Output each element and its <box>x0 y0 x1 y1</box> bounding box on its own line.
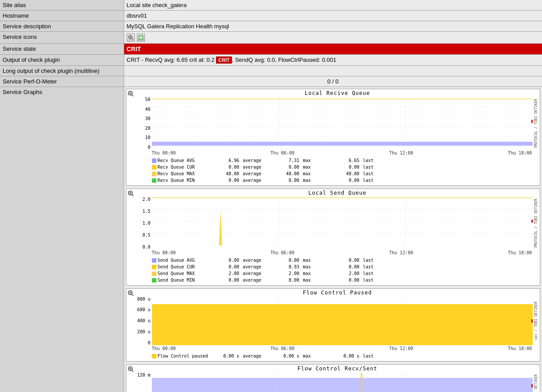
legend-last-label: last <box>363 353 390 359</box>
legend-avg-unit: average <box>243 157 269 164</box>
legend-last: 0.00 <box>333 177 360 184</box>
graph-1: Local Send Queue 2.01.51.00.50.0 PROTOCO… <box>126 188 541 286</box>
y-label: 400 u <box>136 318 151 323</box>
legend-table: Flow Control paused 0.00 s average 0.00 … <box>152 353 539 359</box>
x-label: Thu 18:00 <box>508 346 532 351</box>
legend-max: 0.00 <box>273 177 299 184</box>
legend-row: Send Queue MIN 0.00 average 0.00 max 0.0… <box>152 277 539 283</box>
y-label: 0.5 <box>136 233 151 237</box>
legend-last: 48.00 <box>333 170 360 177</box>
legend-max-label: max <box>303 270 330 277</box>
x-axis-row: Thu 00:00Thu 06:00Thu 12:00Thu 18:00 <box>152 345 539 351</box>
svg-rect-21 <box>152 142 533 146</box>
x-axis: Thu 00:00Thu 06:00Thu 12:00Thu 18:00 <box>152 345 532 351</box>
perf-o-meter-value: 0 / 0 <box>124 76 542 87</box>
legend-label: Send Queue MIN <box>152 277 209 283</box>
legend-max: 0.00 <box>273 277 299 283</box>
svg-rect-65 <box>152 378 533 392</box>
graph-main: Flow Control Paused 800 u600 u400 u200 u… <box>136 289 540 361</box>
chart-box <box>152 297 533 345</box>
chart-box <box>152 373 533 392</box>
legend-avg: 0.00 <box>213 277 239 283</box>
row-perf-o-meter: Service Perf-O-Meter 0 / 0 <box>0 76 542 87</box>
legend-avg: 2.00 <box>213 270 239 277</box>
y-label: 1.5 <box>136 209 151 214</box>
legend-last: 0.00 s <box>333 353 360 359</box>
service-icon-action[interactable] <box>137 34 145 41</box>
output-check-label: Output of check plugin <box>0 55 124 66</box>
x-axis: Thu 00:00Thu 06:00Thu 12:00Thu 18:00 <box>152 150 532 155</box>
legend-max: 48.00 <box>273 170 299 177</box>
row-service-state: Service state CRIT <box>0 44 542 55</box>
graph-main: Flow Control Recv/Sent 120 m100 m PROTOC… <box>136 365 540 392</box>
row-service-description: Service description MySQL Galera Replica… <box>0 21 542 32</box>
legend-last: 0.00 <box>333 164 360 170</box>
legend-avg-unit: average <box>243 164 269 170</box>
x-label: Thu 12:00 <box>389 151 413 155</box>
service-icons-label: Service icons <box>0 32 124 44</box>
x-axis-row: Thu 00:00Thu 06:00Thu 12:00Thu 18:00 <box>152 150 539 155</box>
graph-zoom-btn[interactable] <box>127 290 134 297</box>
x-label: Thu 12:00 <box>389 346 413 351</box>
graph-inner: Local Recive Queue 50403020100 PROTOCOL … <box>126 89 540 185</box>
x-label: Thu 06:00 <box>270 250 294 255</box>
service-graphs-label: Service Graphs <box>0 87 124 392</box>
legend-last-label: last <box>363 277 390 283</box>
output-suffix: , SendQ avg: 0.0, FlowCtrlPaused: 0.001 <box>232 57 336 63</box>
service-state-label: Service state <box>0 44 124 55</box>
legend-max-label: max <box>303 157 330 164</box>
legend-avg: 48.00 <box>213 170 239 177</box>
service-graphs-content: Local Recive Queue 50403020100 PROTOCOL … <box>124 87 542 392</box>
x-axis-row: Thu 00:00Thu 06:00Thu 12:00Thu 18:00 <box>152 249 539 255</box>
row-service-graphs: Service Graphs Local Recive Queue <box>0 87 542 392</box>
svg-line-41 <box>132 294 133 296</box>
legend-last-label: last <box>363 164 390 170</box>
legend-label: Send Queue MAX <box>152 270 209 277</box>
service-icon-zoom[interactable] <box>127 34 135 41</box>
graph-zoom-btn[interactable] <box>127 90 134 97</box>
legend-max-label: max <box>303 353 330 359</box>
graph-zoom-btn[interactable] <box>127 366 134 373</box>
graph-main: Local Recive Queue 50403020100 PROTOCOL … <box>136 89 540 185</box>
chart-svg <box>152 97 533 146</box>
legend-color-box <box>152 354 156 358</box>
hostname-label: Hostname <box>0 11 124 21</box>
graph-chart-area: 800 u600 u400 u200 u0 sec / TOBI OETIKER <box>136 297 539 345</box>
graph-zoom-btn[interactable] <box>127 190 134 197</box>
legend-avg-unit: average <box>243 257 269 264</box>
legend-label: Send Queue AVG <box>152 257 209 264</box>
legend-row: Send Queue CUR 0.00 average 0.93 max 0.0… <box>152 264 539 270</box>
legend-last: 0.00 <box>333 257 360 264</box>
graph-chart-area: 2.01.51.00.50.0 PROTOCOL / TOBI OETIKER <box>136 197 539 249</box>
graph-chart-area: 50403020100 PROTOCOL / TOBI OETIKER <box>136 97 539 150</box>
legend-last-label: last <box>363 264 390 270</box>
graph-title: Local Recive Queue <box>136 90 539 96</box>
y-label: 30 <box>136 116 151 121</box>
legend-row: Flow Control paused 0.00 s average 0.00 … <box>152 353 539 359</box>
legend-avg-unit: average <box>243 270 269 277</box>
y-label: 40 <box>136 107 151 112</box>
x-label: Thu 00:00 <box>152 151 176 155</box>
long-output-label: Long output of check plugin (multiline) <box>0 66 124 76</box>
row-hostname: Hostname dbsrv01 <box>0 11 542 21</box>
graph-inner: Flow Control Recv/Sent 120 m100 m PROTOC… <box>126 365 540 392</box>
y-label: 0 <box>136 340 151 345</box>
y-label: 600 u <box>136 307 151 312</box>
svg-line-56 <box>132 370 133 372</box>
graph-left <box>126 89 136 185</box>
legend-max: 2.00 <box>273 270 299 277</box>
legend-avg: 0.00 <box>213 257 239 264</box>
graph-chart-area: 120 m100 m PROTOCOL / TOBI OETIKER <box>136 373 539 392</box>
legend-last: 2.00 <box>333 270 360 277</box>
legend-avg: 0.00 <box>213 177 239 184</box>
legend-color-box <box>152 158 156 163</box>
legend-label: Recv Queue MIN <box>152 177 209 184</box>
legend-color-box <box>152 258 156 263</box>
chart-svg <box>152 373 533 392</box>
y-label: 200 u <box>136 329 151 334</box>
legend-color-box <box>152 265 156 269</box>
graph-title: Local Send Queue <box>136 190 539 196</box>
legend-row: Send Queue MAX 2.00 average 2.00 max 2.0… <box>152 270 539 277</box>
legend-avg: 0.00 <box>213 164 239 170</box>
legend-max-label: max <box>303 177 330 184</box>
